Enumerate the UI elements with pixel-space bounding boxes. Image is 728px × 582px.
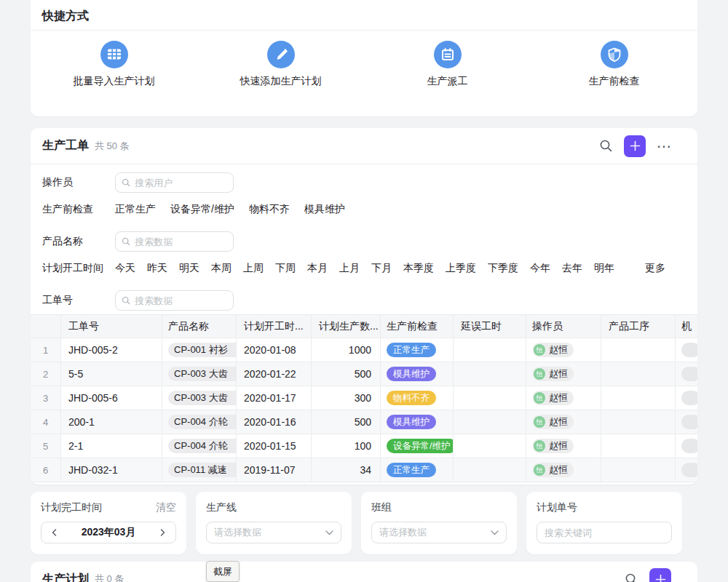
filter-label: 操作员 — [42, 176, 115, 189]
operator-tag: 恒赵恒 — [532, 463, 574, 477]
date-option[interactable]: 上月 — [339, 262, 360, 275]
search-icon[interactable] — [625, 573, 638, 582]
clipped-cell — [676, 362, 697, 386]
chevron-left-icon[interactable] — [50, 528, 59, 537]
table-row[interactable]: 2 5-5 CP-003 大齿 2020-01-22 500 模具维护 恒赵恒 — [31, 362, 697, 386]
order-no-cell: 5-5 — [61, 362, 162, 386]
order-no-search-box — [115, 290, 234, 311]
table-row[interactable]: 6 JHD-032-1 CP-011 减速 2019-11-07 34 正常生产… — [31, 458, 697, 482]
date-option[interactable]: 明天 — [179, 262, 199, 275]
date-options: 今天 昨天 明天 本周 上周 下周 本月 上月 下月 本季度 上季度 下季度 今… — [115, 262, 686, 275]
table-row[interactable]: 5 2-1 CP-004 介轮 2020-01-15 100 设备异常/维护 恒… — [31, 434, 697, 458]
date-option[interactable]: 下月 — [371, 262, 392, 275]
precheck-cell: 物料不齐 — [381, 386, 454, 410]
status-badge: 设备异常/维护 — [387, 439, 454, 453]
production-line-select[interactable]: 请选择数据 — [206, 522, 341, 543]
order-no-search-input[interactable] — [135, 295, 227, 306]
date-option[interactable]: 昨天 — [147, 262, 167, 275]
precheck-option[interactable]: 设备异常/维护 — [170, 203, 234, 216]
clipped-tag — [681, 463, 697, 477]
more-dates-link[interactable]: 更多 — [645, 262, 665, 275]
column-header — [31, 315, 61, 338]
column-header[interactable]: 生产前检查 — [381, 315, 454, 338]
delay-cell — [454, 386, 526, 410]
shortcut-label: 生产派工 — [427, 75, 468, 88]
shortcut-batch-import[interactable]: 批量导入生产计划 — [31, 31, 197, 116]
product-tag: CP-003 大齿 — [168, 391, 237, 405]
add-record-button[interactable] — [624, 135, 646, 157]
precheck-option[interactable]: 正常生产 — [115, 203, 156, 216]
table-row[interactable]: 3 JHD-005-6 CP-003 大齿 2020-01-17 300 物料不… — [31, 386, 697, 410]
operator-name: 赵恒 — [549, 439, 568, 453]
start-date-cell: 2020-01-22 — [237, 362, 312, 386]
operator-name: 赵恒 — [549, 391, 568, 404]
avatar: 恒 — [534, 440, 545, 452]
column-header[interactable]: 工单号 — [61, 315, 162, 338]
pencil-icon — [267, 41, 295, 68]
date-option[interactable]: 本月 — [307, 262, 328, 275]
shortcut-precheck[interactable]: 生产前检查 — [531, 31, 697, 116]
process-cell — [601, 434, 676, 458]
process-cell — [601, 458, 676, 482]
operator-cell: 恒赵恒 — [526, 362, 601, 386]
date-option[interactable]: 本周 — [211, 262, 232, 275]
search-icon[interactable] — [599, 139, 613, 153]
row-index: 3 — [31, 386, 61, 410]
product-cell: CP-001 衬衫 — [162, 338, 237, 362]
clipped-tag — [681, 391, 697, 405]
avatar: 恒 — [534, 344, 545, 356]
date-option[interactable]: 下季度 — [488, 262, 518, 275]
date-option[interactable]: 明年 — [594, 262, 614, 275]
avatar: 恒 — [534, 464, 545, 476]
precheck-options: 正常生产 设备异常/维护 物料不齐 模具维护 — [115, 203, 345, 216]
process-cell — [601, 338, 676, 362]
work-orders-title: 生产工单 — [42, 138, 89, 154]
column-header[interactable]: 延误工时 — [454, 315, 526, 338]
table-row[interactable]: 1 JHD-005-2 CP-001 衬衫 2020-01-08 1000 正常… — [31, 338, 697, 362]
table-row[interactable]: 4 200-1 CP-004 介轮 2020-01-16 500 模具维护 恒赵… — [31, 410, 697, 434]
row-index: 6 — [31, 458, 61, 482]
column-header[interactable]: 产品工序 — [601, 315, 676, 338]
column-header[interactable]: 产品名称 — [162, 315, 237, 338]
date-option[interactable]: 本季度 — [403, 262, 434, 275]
date-option[interactable]: 去年 — [562, 262, 582, 275]
operator-search-input[interactable] — [135, 178, 227, 188]
production-plan-header: 生产计划 共 0 条 — [31, 562, 697, 582]
chevron-right-icon[interactable] — [158, 528, 167, 537]
date-option[interactable]: 上周 — [243, 262, 264, 275]
work-orders-header: 生产工单 共 50 条 ⋯ — [31, 128, 697, 164]
start-date-cell: 2020-01-15 — [237, 434, 312, 458]
plan-no-input[interactable] — [545, 527, 664, 538]
header-actions: ⋯ — [599, 135, 671, 157]
precheck-option[interactable]: 模具维护 — [304, 203, 345, 216]
work-orders-count: 共 50 条 — [95, 140, 130, 153]
date-option[interactable]: 上季度 — [446, 262, 476, 275]
status-badge: 正常生产 — [387, 463, 436, 477]
delay-cell — [454, 410, 526, 434]
team-select[interactable]: 请选择数据 — [371, 522, 507, 543]
date-option[interactable]: 今天 — [115, 262, 135, 275]
row-index: 5 — [31, 434, 61, 458]
clipped-cell — [676, 458, 697, 482]
date-option[interactable]: 今年 — [530, 262, 550, 275]
add-record-button[interactable] — [649, 568, 671, 582]
clipped-cell — [676, 386, 697, 410]
clear-button[interactable]: 清空 — [156, 501, 176, 514]
product-search-input[interactable] — [135, 236, 227, 247]
product-cell: CP-003 大齿 — [162, 386, 237, 410]
precheck-option[interactable]: 物料不齐 — [249, 203, 290, 216]
shortcut-dispatch[interactable]: 生产派工 — [364, 31, 531, 116]
operator-cell: 恒赵恒 — [526, 458, 601, 482]
column-header[interactable]: 操作员 — [526, 315, 601, 338]
process-cell — [601, 410, 676, 434]
clipped-cell — [676, 434, 697, 458]
column-header[interactable]: 计划开工时... — [237, 315, 312, 338]
column-header[interactable]: 机 — [676, 315, 697, 338]
work-orders-card: 生产工单 共 50 条 ⋯ 操作员 生产前检查 正常生产 设备异常/维护 — [31, 128, 697, 485]
shortcuts-header: 快捷方式 — [31, 0, 697, 31]
shortcut-quick-add[interactable]: 快速添加生产计划 — [197, 31, 364, 116]
screenshot-button[interactable]: 截屏 — [206, 561, 240, 582]
ellipsis-icon[interactable]: ⋯ — [657, 139, 671, 154]
date-option[interactable]: 下周 — [275, 262, 296, 275]
column-header[interactable]: 计划生产数... — [312, 315, 381, 338]
